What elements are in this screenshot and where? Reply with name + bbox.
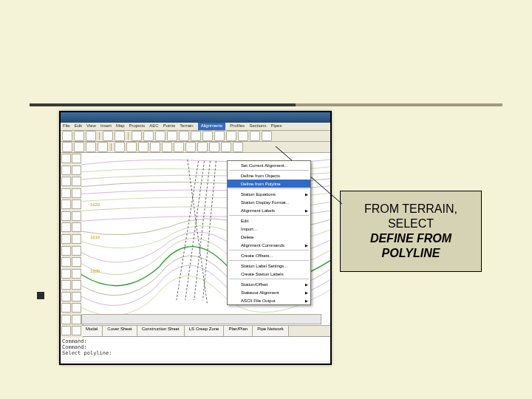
menu-item[interactable]: ASCII File Output <box>228 296 310 304</box>
side-tool[interactable] <box>72 234 81 244</box>
side-tool[interactable] <box>61 234 71 244</box>
toolbar-button[interactable] <box>174 142 184 152</box>
side-tool[interactable] <box>61 211 71 221</box>
layout-tab[interactable]: LS Creep Zone <box>185 326 225 336</box>
toolbar-button[interactable] <box>98 142 108 152</box>
layout-tab[interactable]: Cover Sheet <box>103 326 137 336</box>
toolbar-button[interactable] <box>185 142 196 152</box>
layout-tab[interactable]: Construction Sheet <box>137 326 185 336</box>
menu-item[interactable]: Station/Offset <box>228 280 310 288</box>
layout-tab[interactable]: Pipe Network <box>253 326 289 336</box>
menu-item[interactable]: Stakeout Alignment <box>228 288 310 296</box>
side-tool[interactable] <box>72 200 81 209</box>
toolbar-button[interactable] <box>167 131 177 141</box>
toolbar-button[interactable] <box>209 142 219 152</box>
side-tool[interactable] <box>61 269 71 279</box>
layout-tab[interactable]: Model <box>81 326 103 336</box>
side-tool[interactable] <box>61 154 71 163</box>
menu-item[interactable]: Station Equations <box>228 190 310 198</box>
toolbar-button[interactable] <box>74 131 84 141</box>
menu-item[interactable]: Delete <box>228 233 310 241</box>
menu-item[interactable]: Define from Objects <box>228 171 310 180</box>
menu-file[interactable]: File <box>63 123 70 130</box>
toolbar-button[interactable] <box>197 142 208 152</box>
side-tool[interactable] <box>61 280 71 290</box>
toolbar-button[interactable] <box>250 131 260 141</box>
toolbar-button[interactable] <box>150 142 160 152</box>
toolbar-button[interactable] <box>138 142 149 152</box>
side-tool[interactable] <box>72 303 81 313</box>
toolbar-button[interactable] <box>132 131 142 141</box>
side-tool[interactable] <box>72 154 81 163</box>
side-tool[interactable] <box>72 292 81 301</box>
menu-view[interactable]: View <box>86 123 96 130</box>
menu-edit[interactable]: Edit <box>75 123 82 130</box>
menu-item[interactable]: Alignment Labels <box>228 206 310 214</box>
menubar[interactable]: File Edit View Insert Map Projects AEC P… <box>61 123 330 131</box>
side-tool[interactable] <box>72 315 81 324</box>
menu-projects[interactable]: Projects <box>129 123 146 130</box>
toolbar-button[interactable] <box>179 131 189 141</box>
menu-item[interactable]: Station Display Format... <box>228 198 310 206</box>
toolbar-button[interactable] <box>262 131 272 141</box>
menu-item[interactable]: Create Offsets... <box>228 251 310 259</box>
menu-item[interactable]: Edit <box>228 216 310 225</box>
toolbar-button[interactable] <box>155 131 166 141</box>
side-tool[interactable] <box>61 257 71 267</box>
toolbar-button[interactable] <box>126 142 137 152</box>
menu-points[interactable]: Points <box>163 123 176 130</box>
toolbar-button[interactable] <box>214 131 225 141</box>
side-tool[interactable] <box>61 177 71 186</box>
menu-profiles[interactable]: Profiles <box>230 123 245 130</box>
menu-item[interactable]: Create Station Labels <box>228 270 310 278</box>
toolbar-button[interactable] <box>162 142 172 152</box>
menu-item[interactable]: Station Label Settings... <box>228 262 310 270</box>
toolbar-button[interactable] <box>103 131 113 141</box>
side-tool[interactable] <box>61 315 71 324</box>
side-tool[interactable] <box>72 222 81 232</box>
toolbar-button[interactable] <box>62 142 72 152</box>
side-tool[interactable] <box>72 211 81 221</box>
toolbar-button[interactable] <box>143 131 154 141</box>
menu-terrain[interactable]: Terrain <box>180 123 193 130</box>
layout-tab[interactable]: Plan/Plan <box>224 326 253 336</box>
menu-item[interactable]: Alignment Commands <box>228 241 310 249</box>
side-tool[interactable] <box>72 269 81 279</box>
side-tool[interactable] <box>61 292 71 301</box>
toolbar-button[interactable] <box>202 131 213 141</box>
menu-item[interactable]: Define from Polyline <box>228 180 310 188</box>
menu-insert[interactable]: Insert <box>100 123 112 130</box>
side-tool[interactable] <box>61 222 71 232</box>
side-tool[interactable] <box>61 188 71 198</box>
side-tool[interactable] <box>72 257 81 267</box>
toolbar-button[interactable] <box>226 131 236 141</box>
toolbar-button[interactable] <box>233 142 243 152</box>
menu-item[interactable]: Import... <box>228 225 310 233</box>
side-tool[interactable] <box>61 200 71 209</box>
toolbar-button[interactable] <box>86 131 96 141</box>
toolbar-button[interactable] <box>115 131 125 141</box>
menu-alignments[interactable]: Alignments <box>198 123 226 130</box>
command-line-panel[interactable]: Command: Command: Select polyline: <box>61 336 330 361</box>
toolbar-button[interactable] <box>191 131 201 141</box>
side-tool[interactable] <box>72 177 81 186</box>
menu-pipes[interactable]: Pipes <box>270 123 282 130</box>
horizontal-scrollbar[interactable] <box>81 314 321 324</box>
toolbar-button[interactable] <box>74 142 84 152</box>
side-tool[interactable] <box>72 280 81 290</box>
menu-sections[interactable]: Sections <box>249 123 266 130</box>
toolbar-button[interactable] <box>221 142 231 152</box>
side-tool[interactable] <box>72 188 81 198</box>
side-tool[interactable] <box>61 326 71 335</box>
side-tool[interactable] <box>72 326 81 335</box>
menu-aec[interactable]: AEC <box>149 123 158 130</box>
side-tool[interactable] <box>72 246 81 256</box>
menu-item[interactable]: Set Current Alignment... <box>228 161 310 169</box>
side-tool[interactable] <box>61 246 71 256</box>
side-tool[interactable] <box>72 166 81 175</box>
toolbar-button[interactable] <box>115 142 125 152</box>
side-tool[interactable] <box>61 303 71 313</box>
toolbar-button[interactable] <box>62 131 72 141</box>
toolbar-button[interactable] <box>238 131 248 141</box>
menu-map[interactable]: Map <box>116 123 125 130</box>
